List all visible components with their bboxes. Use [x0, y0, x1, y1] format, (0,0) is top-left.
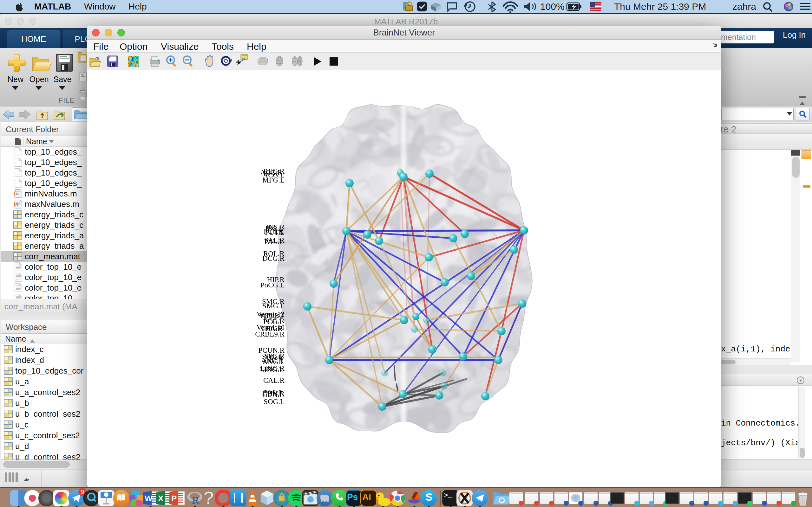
svg-text:CRBL9.R: CRBL9.R [255, 330, 285, 338]
svg-text:MFG.L: MFG.L [262, 176, 285, 184]
svg-text:CUN.R: CUN.R [262, 390, 285, 398]
svg-text:Thu Mehr 25 1:39 PM: Thu Mehr 25 1:39 PM [614, 1, 706, 12]
svg-text:P: P [171, 494, 177, 503]
svg-text:X: X [158, 494, 164, 503]
svg-text:SOG.L: SOG.L [264, 398, 285, 406]
svg-text:R: R [192, 494, 200, 506]
svg-text:SMG.L: SMG.L [262, 302, 285, 310]
svg-text:PoCG.L: PoCG.L [260, 281, 285, 289]
svg-text:LING.R: LING.R [260, 364, 285, 372]
svg-text:W: W [145, 494, 153, 503]
svg-text:zahra: zahra [732, 1, 756, 12]
svg-text:PAL.R: PAL.R [265, 236, 285, 244]
svg-text:CAL.R: CAL.R [263, 377, 285, 384]
svg-text:100%: 100% [540, 1, 565, 12]
svg-text:DCG.R: DCG.R [262, 255, 285, 262]
svg-text:fx: fx [14, 201, 18, 207]
svg-text:fx: fx [14, 190, 18, 196]
svg-text:PUT.L: PUT.L [265, 228, 285, 236]
